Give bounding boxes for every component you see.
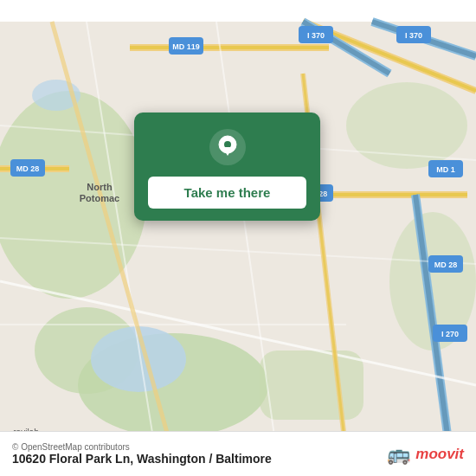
moovit-brand-text: moovit [415, 446, 464, 463]
map-background: MD 119 MD 28 MD 28 MD 28 I 370 I 370 I 2… [0, 0, 476, 476]
svg-text:North: North [87, 182, 113, 192]
bottom-left-info: © OpenStreetMap contributors 10620 Flora… [12, 442, 272, 466]
svg-text:MD 28: MD 28 [16, 164, 40, 173]
svg-point-53 [224, 141, 231, 148]
popup-card: Take me there [134, 113, 320, 221]
svg-text:I 370: I 370 [307, 31, 325, 40]
moovit-logo: 🚌 moovit [387, 443, 464, 466]
svg-text:Potomac: Potomac [80, 193, 119, 203]
location-pin-icon [209, 128, 247, 166]
svg-text:I 270: I 270 [441, 330, 459, 338]
address-text: 10620 Floral Park Ln, Washington / Balti… [12, 452, 272, 466]
moovit-bus-icon: 🚌 [387, 443, 410, 466]
osm-credit: © OpenStreetMap contributors [12, 442, 272, 452]
svg-text:I 370: I 370 [405, 31, 422, 40]
svg-text:MD 1: MD 1 [436, 165, 455, 174]
svg-rect-4 [260, 351, 363, 420]
svg-text:MD 28: MD 28 [434, 261, 458, 269]
svg-text:MD 119: MD 119 [172, 42, 200, 51]
map-container: MD 119 MD 28 MD 28 MD 28 I 370 I 370 I 2… [0, 0, 476, 476]
take-me-there-button[interactable]: Take me there [148, 177, 306, 209]
bottom-bar: © OpenStreetMap contributors 10620 Flora… [0, 431, 476, 476]
